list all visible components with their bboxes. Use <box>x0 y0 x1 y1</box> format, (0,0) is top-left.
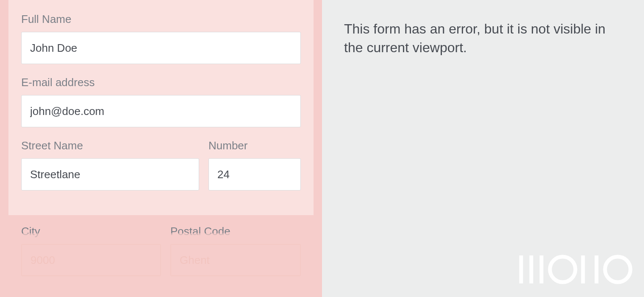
svg-point-6 <box>605 257 630 282</box>
form-card: Full Name E-mail address Street Name Num… <box>8 0 314 215</box>
city-label: City <box>21 225 161 238</box>
mono-logo-icon <box>519 254 633 285</box>
street-input[interactable] <box>21 158 199 191</box>
bottom-row: City Postal Code <box>21 225 301 276</box>
form-panel: Full Name E-mail address Street Name Num… <box>0 0 322 297</box>
number-label: Number <box>208 139 301 152</box>
postal-label: Postal Code <box>170 225 301 238</box>
svg-point-3 <box>550 257 575 282</box>
error-message: This form has an error, but it is not vi… <box>344 20 615 57</box>
email-input[interactable] <box>21 95 301 127</box>
postal-input[interactable] <box>170 244 301 276</box>
full-name-label: Full Name <box>21 13 301 26</box>
city-input[interactable] <box>21 244 161 276</box>
full-name-input[interactable] <box>21 32 301 64</box>
mono-logo <box>519 254 633 285</box>
commentary-panel: This form has an error, but it is not vi… <box>322 0 644 297</box>
number-input[interactable] <box>208 158 301 191</box>
street-label: Street Name <box>21 139 199 152</box>
email-label: E-mail address <box>21 76 301 89</box>
